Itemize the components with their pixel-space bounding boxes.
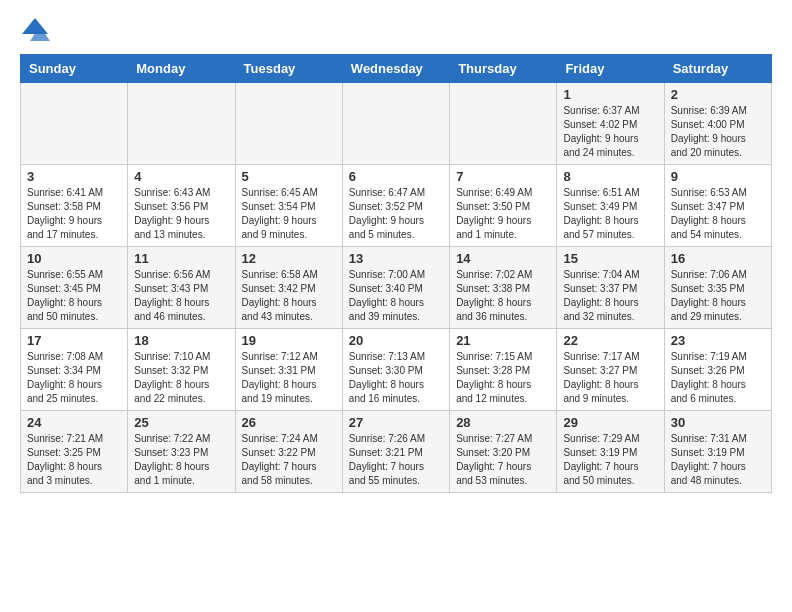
svg-marker-0 bbox=[22, 18, 48, 34]
day-info: Sunrise: 7:13 AM Sunset: 3:30 PM Dayligh… bbox=[349, 350, 443, 406]
day-number: 20 bbox=[349, 333, 443, 348]
day-info: Sunrise: 7:08 AM Sunset: 3:34 PM Dayligh… bbox=[27, 350, 121, 406]
day-cell: 16Sunrise: 7:06 AM Sunset: 3:35 PM Dayli… bbox=[664, 247, 771, 329]
day-info: Sunrise: 7:04 AM Sunset: 3:37 PM Dayligh… bbox=[563, 268, 657, 324]
day-info: Sunrise: 7:00 AM Sunset: 3:40 PM Dayligh… bbox=[349, 268, 443, 324]
day-info: Sunrise: 6:53 AM Sunset: 3:47 PM Dayligh… bbox=[671, 186, 765, 242]
day-info: Sunrise: 7:17 AM Sunset: 3:27 PM Dayligh… bbox=[563, 350, 657, 406]
week-row-0: 1Sunrise: 6:37 AM Sunset: 4:02 PM Daylig… bbox=[21, 83, 772, 165]
header-cell-monday: Monday bbox=[128, 55, 235, 83]
header-cell-thursday: Thursday bbox=[450, 55, 557, 83]
day-number: 9 bbox=[671, 169, 765, 184]
day-number: 13 bbox=[349, 251, 443, 266]
week-row-3: 17Sunrise: 7:08 AM Sunset: 3:34 PM Dayli… bbox=[21, 329, 772, 411]
header-cell-sunday: Sunday bbox=[21, 55, 128, 83]
day-number: 10 bbox=[27, 251, 121, 266]
day-info: Sunrise: 7:26 AM Sunset: 3:21 PM Dayligh… bbox=[349, 432, 443, 488]
day-cell: 13Sunrise: 7:00 AM Sunset: 3:40 PM Dayli… bbox=[342, 247, 449, 329]
day-number: 1 bbox=[563, 87, 657, 102]
day-cell: 21Sunrise: 7:15 AM Sunset: 3:28 PM Dayli… bbox=[450, 329, 557, 411]
day-info: Sunrise: 6:55 AM Sunset: 3:45 PM Dayligh… bbox=[27, 268, 121, 324]
day-info: Sunrise: 6:39 AM Sunset: 4:00 PM Dayligh… bbox=[671, 104, 765, 160]
header-cell-tuesday: Tuesday bbox=[235, 55, 342, 83]
header-row: SundayMondayTuesdayWednesdayThursdayFrid… bbox=[21, 55, 772, 83]
day-cell: 1Sunrise: 6:37 AM Sunset: 4:02 PM Daylig… bbox=[557, 83, 664, 165]
day-cell bbox=[128, 83, 235, 165]
day-cell: 2Sunrise: 6:39 AM Sunset: 4:00 PM Daylig… bbox=[664, 83, 771, 165]
day-info: Sunrise: 7:15 AM Sunset: 3:28 PM Dayligh… bbox=[456, 350, 550, 406]
calendar-header: SundayMondayTuesdayWednesdayThursdayFrid… bbox=[21, 55, 772, 83]
header bbox=[0, 0, 792, 54]
day-number: 6 bbox=[349, 169, 443, 184]
day-cell: 23Sunrise: 7:19 AM Sunset: 3:26 PM Dayli… bbox=[664, 329, 771, 411]
header-cell-wednesday: Wednesday bbox=[342, 55, 449, 83]
week-row-4: 24Sunrise: 7:21 AM Sunset: 3:25 PM Dayli… bbox=[21, 411, 772, 493]
day-info: Sunrise: 7:24 AM Sunset: 3:22 PM Dayligh… bbox=[242, 432, 336, 488]
day-number: 15 bbox=[563, 251, 657, 266]
day-number: 18 bbox=[134, 333, 228, 348]
day-number: 16 bbox=[671, 251, 765, 266]
day-info: Sunrise: 6:37 AM Sunset: 4:02 PM Dayligh… bbox=[563, 104, 657, 160]
day-number: 26 bbox=[242, 415, 336, 430]
week-row-1: 3Sunrise: 6:41 AM Sunset: 3:58 PM Daylig… bbox=[21, 165, 772, 247]
day-number: 5 bbox=[242, 169, 336, 184]
day-info: Sunrise: 7:12 AM Sunset: 3:31 PM Dayligh… bbox=[242, 350, 336, 406]
day-number: 30 bbox=[671, 415, 765, 430]
day-cell: 27Sunrise: 7:26 AM Sunset: 3:21 PM Dayli… bbox=[342, 411, 449, 493]
day-cell: 5Sunrise: 6:45 AM Sunset: 3:54 PM Daylig… bbox=[235, 165, 342, 247]
day-cell: 18Sunrise: 7:10 AM Sunset: 3:32 PM Dayli… bbox=[128, 329, 235, 411]
day-cell: 15Sunrise: 7:04 AM Sunset: 3:37 PM Dayli… bbox=[557, 247, 664, 329]
day-info: Sunrise: 7:29 AM Sunset: 3:19 PM Dayligh… bbox=[563, 432, 657, 488]
day-number: 7 bbox=[456, 169, 550, 184]
day-cell: 9Sunrise: 6:53 AM Sunset: 3:47 PM Daylig… bbox=[664, 165, 771, 247]
day-cell: 12Sunrise: 6:58 AM Sunset: 3:42 PM Dayli… bbox=[235, 247, 342, 329]
day-cell: 8Sunrise: 6:51 AM Sunset: 3:49 PM Daylig… bbox=[557, 165, 664, 247]
day-number: 25 bbox=[134, 415, 228, 430]
day-cell: 19Sunrise: 7:12 AM Sunset: 3:31 PM Dayli… bbox=[235, 329, 342, 411]
calendar-body: 1Sunrise: 6:37 AM Sunset: 4:02 PM Daylig… bbox=[21, 83, 772, 493]
day-cell: 26Sunrise: 7:24 AM Sunset: 3:22 PM Dayli… bbox=[235, 411, 342, 493]
day-info: Sunrise: 6:43 AM Sunset: 3:56 PM Dayligh… bbox=[134, 186, 228, 242]
day-number: 23 bbox=[671, 333, 765, 348]
day-cell: 10Sunrise: 6:55 AM Sunset: 3:45 PM Dayli… bbox=[21, 247, 128, 329]
day-info: Sunrise: 6:41 AM Sunset: 3:58 PM Dayligh… bbox=[27, 186, 121, 242]
day-number: 19 bbox=[242, 333, 336, 348]
day-info: Sunrise: 7:27 AM Sunset: 3:20 PM Dayligh… bbox=[456, 432, 550, 488]
logo-icon bbox=[20, 16, 50, 46]
day-cell: 6Sunrise: 6:47 AM Sunset: 3:52 PM Daylig… bbox=[342, 165, 449, 247]
day-cell: 7Sunrise: 6:49 AM Sunset: 3:50 PM Daylig… bbox=[450, 165, 557, 247]
day-number: 8 bbox=[563, 169, 657, 184]
day-cell: 14Sunrise: 7:02 AM Sunset: 3:38 PM Dayli… bbox=[450, 247, 557, 329]
day-number: 27 bbox=[349, 415, 443, 430]
day-info: Sunrise: 7:06 AM Sunset: 3:35 PM Dayligh… bbox=[671, 268, 765, 324]
day-info: Sunrise: 6:49 AM Sunset: 3:50 PM Dayligh… bbox=[456, 186, 550, 242]
day-cell bbox=[235, 83, 342, 165]
day-cell bbox=[450, 83, 557, 165]
day-info: Sunrise: 7:31 AM Sunset: 3:19 PM Dayligh… bbox=[671, 432, 765, 488]
day-info: Sunrise: 7:02 AM Sunset: 3:38 PM Dayligh… bbox=[456, 268, 550, 324]
day-number: 4 bbox=[134, 169, 228, 184]
day-info: Sunrise: 6:56 AM Sunset: 3:43 PM Dayligh… bbox=[134, 268, 228, 324]
calendar-wrapper: SundayMondayTuesdayWednesdayThursdayFrid… bbox=[0, 54, 792, 493]
day-cell bbox=[21, 83, 128, 165]
day-cell: 29Sunrise: 7:29 AM Sunset: 3:19 PM Dayli… bbox=[557, 411, 664, 493]
day-info: Sunrise: 7:19 AM Sunset: 3:26 PM Dayligh… bbox=[671, 350, 765, 406]
day-number: 14 bbox=[456, 251, 550, 266]
day-number: 22 bbox=[563, 333, 657, 348]
day-number: 29 bbox=[563, 415, 657, 430]
calendar-table: SundayMondayTuesdayWednesdayThursdayFrid… bbox=[20, 54, 772, 493]
day-cell: 30Sunrise: 7:31 AM Sunset: 3:19 PM Dayli… bbox=[664, 411, 771, 493]
day-cell: 20Sunrise: 7:13 AM Sunset: 3:30 PM Dayli… bbox=[342, 329, 449, 411]
day-cell: 24Sunrise: 7:21 AM Sunset: 3:25 PM Dayli… bbox=[21, 411, 128, 493]
day-number: 28 bbox=[456, 415, 550, 430]
day-cell: 28Sunrise: 7:27 AM Sunset: 3:20 PM Dayli… bbox=[450, 411, 557, 493]
day-number: 2 bbox=[671, 87, 765, 102]
day-cell: 17Sunrise: 7:08 AM Sunset: 3:34 PM Dayli… bbox=[21, 329, 128, 411]
day-cell: 25Sunrise: 7:22 AM Sunset: 3:23 PM Dayli… bbox=[128, 411, 235, 493]
day-cell: 11Sunrise: 6:56 AM Sunset: 3:43 PM Dayli… bbox=[128, 247, 235, 329]
day-number: 17 bbox=[27, 333, 121, 348]
day-info: Sunrise: 7:10 AM Sunset: 3:32 PM Dayligh… bbox=[134, 350, 228, 406]
day-cell: 3Sunrise: 6:41 AM Sunset: 3:58 PM Daylig… bbox=[21, 165, 128, 247]
day-cell bbox=[342, 83, 449, 165]
day-info: Sunrise: 6:51 AM Sunset: 3:49 PM Dayligh… bbox=[563, 186, 657, 242]
